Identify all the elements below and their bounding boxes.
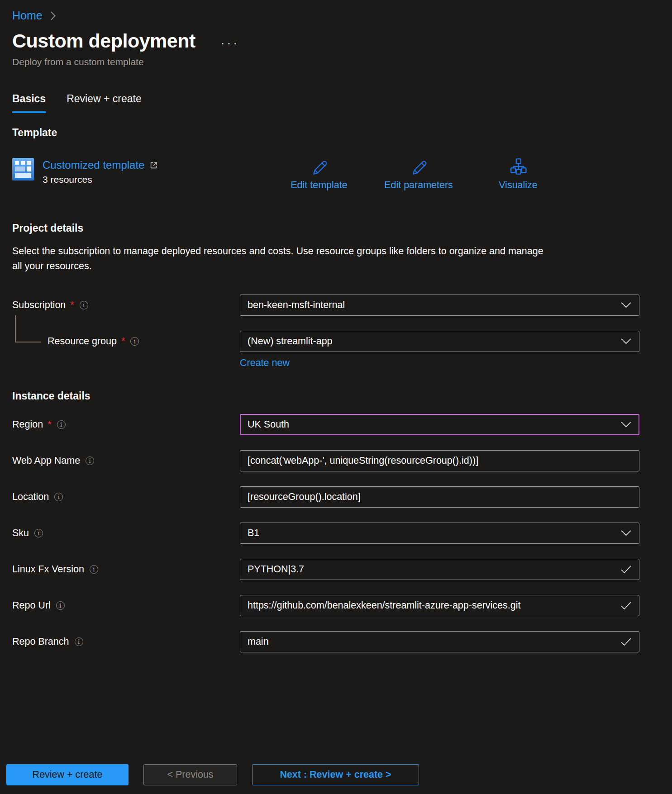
subscription-label-text: Subscription (12, 300, 66, 311)
web-app-name-label-text: Web App Name (12, 455, 80, 466)
custom-deployment-page: Home Custom deployment ··· Deploy from a… (0, 0, 672, 652)
region-row: Region * i UK South (12, 414, 639, 435)
pencil-icon (410, 157, 428, 176)
pencil-icon (310, 157, 328, 176)
repo-url-value: https://github.com/benalexkeen/streamlit… (248, 600, 614, 611)
sku-label-text: Sku (12, 528, 29, 539)
repo-url-input[interactable]: https://github.com/benalexkeen/streamlit… (240, 595, 639, 616)
web-app-name-label: Web App Name i (12, 455, 240, 466)
previous-button[interactable]: < Previous (143, 764, 237, 785)
external-link-icon (149, 161, 158, 170)
template-text: Customized template 3 resources (43, 158, 158, 185)
check-icon (620, 637, 632, 646)
location-value: [resourceGroup().location] (248, 491, 632, 503)
linux-fx-version-value: PYTHON|3.7 (248, 564, 614, 575)
repo-url-label: Repo Url i (12, 600, 240, 611)
location-input[interactable]: [resourceGroup().location] (240, 486, 639, 508)
info-icon[interactable]: i (90, 565, 98, 574)
sku-dropdown[interactable]: B1 (240, 523, 639, 544)
template-resource-count: 3 resources (43, 174, 158, 185)
region-label-text: Region (12, 419, 43, 430)
linux-fx-version-input[interactable]: PYTHON|3.7 (240, 559, 639, 580)
repo-branch-input[interactable]: main (240, 631, 639, 652)
next-review-create-button[interactable]: Next : Review + create > (252, 764, 419, 785)
resource-group-value: (New) streamlit-app (248, 336, 614, 347)
chevron-down-icon (620, 421, 632, 428)
breadcrumb-chevron-icon (50, 11, 56, 21)
info-icon[interactable]: i (75, 637, 83, 646)
region-dropdown[interactable]: UK South (240, 414, 639, 435)
template-row: Customized template 3 resources (12, 158, 660, 194)
region-label: Region * i (12, 419, 240, 430)
review-create-button[interactable]: Review + create (6, 764, 129, 785)
template-icon (12, 158, 34, 185)
linux-fx-version-row: Linux Fx Version i PYTHON|3.7 (12, 559, 639, 580)
linux-fx-version-label-text: Linux Fx Version (12, 564, 84, 575)
edit-parameters-label: Edit parameters (384, 180, 453, 191)
footer-actions: Review + create < Previous Next : Review… (6, 764, 419, 785)
project-details-heading: Project details (12, 222, 660, 234)
page-title: Custom deployment (12, 30, 195, 52)
repo-branch-label-text: Repo Branch (12, 636, 69, 647)
info-icon[interactable]: i (86, 456, 94, 465)
location-row: Location i [resourceGroup().location] (12, 486, 639, 508)
chevron-down-icon (620, 302, 632, 309)
breadcrumb-home-link[interactable]: Home (12, 9, 43, 22)
template-section-heading: Template (12, 127, 660, 139)
info-icon[interactable]: i (56, 601, 65, 610)
chevron-down-icon (620, 338, 632, 345)
subscription-row: Subscription * i ben-keen-msft-internal (12, 295, 639, 316)
info-icon[interactable]: i (54, 493, 63, 501)
resource-group-dropdown[interactable]: (New) streamlit-app (240, 331, 639, 352)
web-app-name-row: Web App Name i [concat('webApp-', unique… (12, 450, 639, 471)
page-subtitle: Deploy from a custom template (12, 57, 660, 67)
region-value: UK South (248, 419, 614, 430)
instance-details-heading: Instance details (12, 390, 639, 402)
info-icon[interactable]: i (57, 420, 66, 429)
required-asterisk: * (70, 300, 74, 311)
create-new-link[interactable]: Create new (240, 357, 290, 369)
visualize-label: Visualize (499, 180, 538, 191)
visualize-button[interactable]: Visualize (477, 157, 559, 191)
resource-group-row: Resource group * i (New) streamlit-app (12, 331, 639, 352)
info-icon[interactable]: i (80, 301, 88, 309)
breadcrumb: Home (12, 9, 660, 22)
edit-parameters-button[interactable]: Edit parameters (378, 157, 459, 191)
repo-url-label-text: Repo Url (12, 600, 51, 611)
web-app-name-input[interactable]: [concat('webApp-', uniqueString(resource… (240, 450, 639, 471)
required-asterisk: * (121, 336, 125, 347)
chevron-down-icon (620, 530, 632, 537)
edit-template-label: Edit template (291, 180, 347, 191)
info-icon[interactable]: i (130, 337, 139, 346)
visualize-icon (509, 157, 527, 176)
repo-branch-value: main (248, 636, 614, 647)
page-header: Custom deployment ··· (12, 30, 660, 52)
location-label-text: Location (12, 491, 49, 503)
web-app-name-value: [concat('webApp-', uniqueString(resource… (248, 455, 632, 466)
repo-url-row: Repo Url i https://github.com/benalexkee… (12, 595, 639, 616)
check-icon (620, 601, 632, 610)
repo-branch-label: Repo Branch i (12, 636, 240, 647)
customized-template-link[interactable]: Customized template (43, 159, 144, 171)
sku-label: Sku i (12, 528, 240, 539)
check-icon (620, 565, 632, 574)
sku-row: Sku i B1 (12, 523, 639, 544)
edit-template-button[interactable]: Edit template (278, 157, 360, 191)
linux-fx-version-label: Linux Fx Version i (12, 564, 240, 575)
tab-review-create[interactable]: Review + create (67, 93, 142, 113)
sku-value: B1 (248, 528, 614, 539)
subscription-value: ben-keen-msft-internal (248, 300, 614, 311)
subscription-dropdown[interactable]: ben-keen-msft-internal (240, 295, 639, 316)
repo-branch-row: Repo Branch i main (12, 631, 639, 652)
subscription-label: Subscription * i (12, 300, 240, 311)
info-icon[interactable]: i (34, 529, 43, 537)
tab-bar: Basics Review + create (12, 93, 660, 113)
location-label: Location i (12, 491, 240, 503)
subscription-resource-connector (15, 315, 41, 342)
more-menu-icon[interactable]: ··· (221, 32, 239, 50)
tab-basics[interactable]: Basics (12, 93, 46, 113)
resource-group-label-text: Resource group (48, 336, 117, 347)
required-asterisk: * (48, 419, 51, 430)
project-details-description: Select the subscription to manage deploy… (12, 244, 551, 274)
resource-group-label: Resource group * i (12, 336, 240, 347)
